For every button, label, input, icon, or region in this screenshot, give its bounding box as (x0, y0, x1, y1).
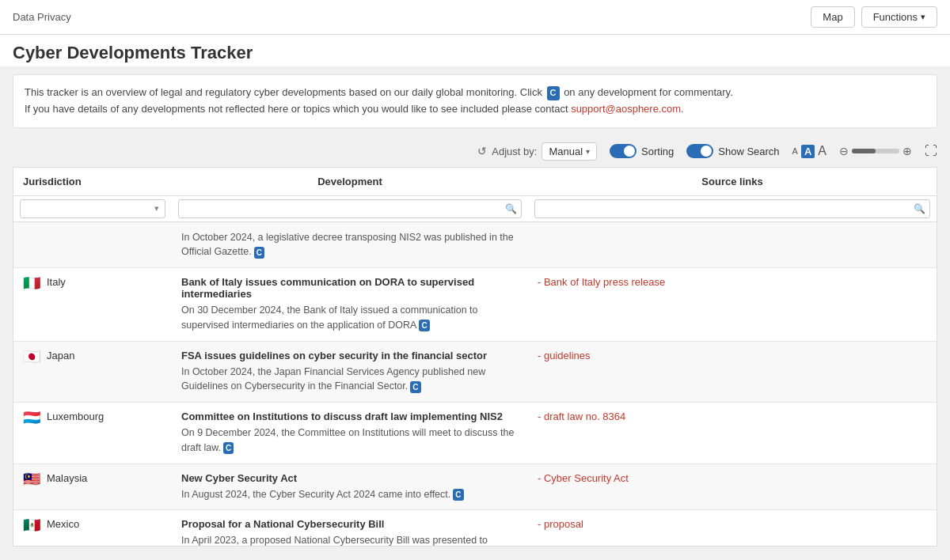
c-link-badge[interactable]: C (453, 489, 463, 501)
page-title: Cyber Developments Tracker (13, 43, 937, 63)
jurisdiction-cell: 🇲🇽Mexico (13, 510, 172, 547)
country-name: Italy (47, 276, 66, 288)
zoom-bar (852, 149, 899, 153)
table-container[interactable]: Jurisdiction Development Source links 🔍 (13, 167, 937, 547)
jurisdiction-cell: 🇱🇺Luxembourg (13, 403, 172, 464)
jurisdiction-content: 🇲🇾Malaysia (23, 472, 162, 486)
refresh-icon[interactable]: ↺ (477, 145, 487, 157)
table-row: 🇮🇹ItalyBank of Italy issues communicatio… (13, 268, 937, 342)
source-cell: - guidelines (528, 341, 937, 403)
show-search-label: Show Search (718, 146, 779, 157)
col-header-jurisdiction: Jurisdiction (13, 168, 172, 196)
info-line-1: This tracker is an overview of legal and… (25, 85, 925, 101)
filter-source-cell: 🔍 (528, 195, 937, 221)
c-link-badge[interactable]: C (254, 247, 264, 259)
zoom-out-button[interactable]: ⊖ (839, 145, 849, 157)
toolbar: ↺ Adjust by: Manual Sorting Show Search … (0, 136, 950, 167)
adjust-dropdown-value: Manual (549, 146, 583, 157)
source-link[interactable]: - guidelines (538, 350, 591, 361)
country-flag: 🇲🇽 (23, 518, 40, 532)
source-search-icon: 🔍 (914, 203, 925, 214)
table-row: 🇲🇾MalaysiaNew Cyber Security ActIn Augus… (13, 464, 937, 510)
jurisdiction-content: 🇲🇽Mexico (23, 518, 162, 532)
font-controls: A A A (792, 144, 826, 158)
source-search-input[interactable] (534, 199, 930, 218)
show-search-toggle[interactable] (686, 144, 713, 158)
development-cell: Committee on Institutions to discuss dra… (172, 403, 528, 464)
info-line1-post: on any development for commentary. (561, 86, 733, 98)
c-link-badge[interactable]: C (410, 381, 420, 393)
sorting-toggle[interactable] (610, 144, 636, 158)
fullscreen-button[interactable]: ⛶ (925, 144, 937, 158)
jurisdiction-cell: 🇲🇾Malaysia (13, 464, 172, 510)
source-link[interactable]: - Bank of Italy press release (538, 276, 665, 288)
page-subtitle: Data Privacy (13, 11, 71, 23)
show-search-toggle-knob (701, 146, 712, 157)
development-body: On 9 December 2024, the Committee on Ins… (181, 426, 519, 456)
jurisdiction-content: 🇮🇹Italy (23, 276, 162, 290)
development-cell: FSA issues guidelines on cyber security … (172, 341, 528, 403)
source-link[interactable]: - Cyber Security Act (538, 472, 629, 484)
zoom-in-button[interactable]: ⊕ (902, 145, 912, 157)
filter-development-cell: 🔍 (172, 195, 528, 221)
c-link-badge[interactable]: C (223, 442, 234, 454)
jurisdiction-content: 🇱🇺Luxembourg (23, 411, 162, 425)
font-mid-button[interactable]: A (801, 145, 815, 158)
table-row: In October 2024, a legislative decree tr… (13, 221, 937, 268)
country-name: Luxembourg (47, 411, 104, 422)
jurisdiction-cell: 🇮🇹Italy (13, 268, 172, 342)
table-body: In October 2024, a legislative decree tr… (13, 221, 937, 547)
col-header-development: Development (172, 168, 528, 196)
development-search-icon: 🔍 (505, 203, 517, 214)
main-table: Jurisdiction Development Source links 🔍 (13, 168, 937, 547)
sorting-toggle-group: Sorting (610, 144, 674, 158)
c-badge: C (547, 86, 560, 100)
source-link[interactable]: - proposal (538, 518, 583, 530)
adjust-by-label: Adjust by: (492, 146, 537, 157)
map-button[interactable]: Map (811, 6, 854, 28)
info-line1-pre: This tracker is an overview of legal and… (25, 86, 545, 98)
col-header-source: Source links (528, 168, 937, 196)
source-cell: - draft law no. 8364 (528, 403, 937, 464)
country-flag: 🇱🇺 (23, 411, 40, 425)
development-body: In April 2023, a proposed National Cyber… (181, 533, 519, 546)
jurisdiction-filter-select[interactable] (20, 199, 165, 218)
country-flag: 🇯🇵 (23, 350, 40, 364)
development-search-input[interactable] (178, 199, 522, 218)
support-email[interactable]: support@aosphere.com (571, 103, 681, 115)
development-cell: New Cyber Security ActIn August 2024, th… (172, 464, 528, 510)
table-row: 🇯🇵JapanFSA issues guidelines on cyber se… (13, 341, 937, 403)
top-bar: Data Privacy Map Functions (0, 0, 950, 35)
development-cell: Proposal for a National Cybersecurity Bi… (172, 510, 528, 547)
adjust-dropdown[interactable]: Manual (542, 142, 597, 161)
info-line2-post: . (681, 103, 684, 115)
functions-button[interactable]: Functions (861, 6, 937, 28)
jurisdiction-content: 🇯🇵Japan (23, 350, 162, 364)
development-cell: In October 2024, a legislative decree tr… (172, 221, 528, 268)
info-line-2: If you have details of any developments … (25, 101, 925, 118)
country-name: Japan (47, 350, 74, 361)
sorting-toggle-knob (624, 146, 635, 157)
top-bar-buttons: Map Functions (811, 6, 937, 28)
country-flag: 🇮🇹 (23, 276, 40, 290)
show-search-toggle-group: Show Search (686, 144, 779, 158)
development-body: In October 2024, the Japan Financial Ser… (181, 365, 519, 395)
info-line2-pre: If you have details of any developments … (25, 103, 571, 115)
source-cell (528, 221, 937, 268)
source-cell: - Cyber Security Act (528, 464, 937, 510)
development-body: In August 2024, the Cyber Security Act 2… (181, 487, 519, 502)
development-body: On 30 December 2024, the Bank of Italy i… (181, 303, 519, 333)
info-box: This tracker is an overview of legal and… (13, 74, 937, 128)
development-cell: Bank of Italy issues communication on DO… (172, 268, 528, 342)
page-header: Cyber Developments Tracker (0, 35, 950, 66)
font-large-button[interactable]: A (818, 144, 826, 158)
c-link-badge[interactable]: C (419, 320, 429, 331)
table-header-row: Jurisdiction Development Source links (13, 168, 937, 196)
country-flag: 🇲🇾 (23, 472, 40, 486)
font-small-button[interactable]: A (792, 146, 798, 156)
source-cell: - Bank of Italy press release (528, 268, 937, 342)
table-filter-row: 🔍 🔍 (13, 195, 937, 221)
source-link[interactable]: - draft law no. 8364 (538, 411, 625, 422)
development-search-wrapper: 🔍 (178, 199, 522, 218)
development-title: Committee on Institutions to discuss dra… (181, 411, 519, 422)
